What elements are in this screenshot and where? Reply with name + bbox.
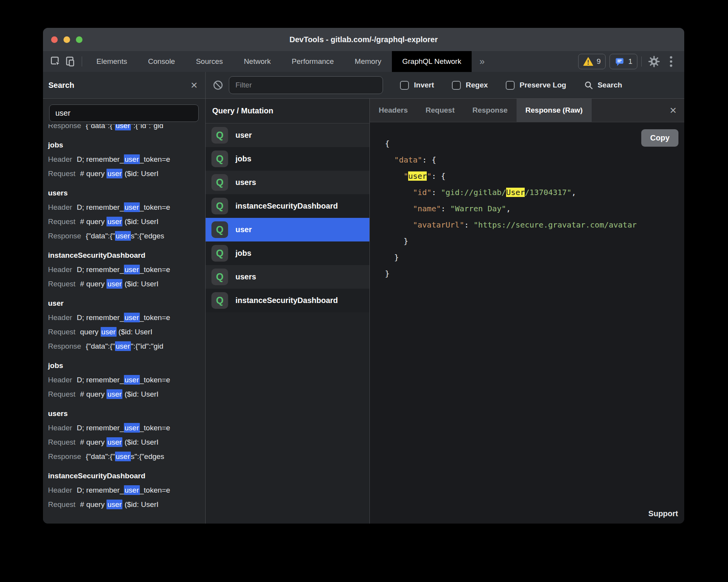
minimize-window-button[interactable] [64,36,70,43]
search-text: _token=e [140,424,170,432]
json-token: , [506,204,511,213]
devtools-tab-memory[interactable]: Memory [344,51,392,72]
search-result-row[interactable]: HeaderD; remember_user_token=e [48,373,205,387]
json-token [385,188,413,197]
json-token: User [506,188,525,197]
search-result-kind: Header [48,203,72,211]
search-input[interactable] [49,104,199,122]
search-result-group-title: users [48,186,205,200]
search-result-kind: Header [48,424,72,432]
search-result-row[interactable]: HeaderD; remember_user_token=e [48,421,205,435]
search-highlight: user [115,231,131,241]
search-result-group: usersHeaderD; remember_user_token=eReque… [48,186,205,243]
json-token: "name" [413,204,441,213]
close-window-button[interactable] [51,36,58,43]
query-list-item-users[interactable]: Qusers [206,171,369,194]
query-list-item-instancesecuritydashboard[interactable]: QinstanceSecurityDashboard [206,289,369,312]
search-result-kind: Header [48,313,72,322]
device-toolbar-icon[interactable] [63,54,78,69]
devtools-tab-elements[interactable]: Elements [86,51,137,72]
filter-input[interactable] [229,76,383,94]
search-result-row[interactable]: Response{"data":{"users":{"edges [48,229,205,243]
search-result-row[interactable]: Response{"data":{"user":{"id":"gid [48,124,205,133]
search-text: {"data":{" [86,232,115,240]
more-tabs-chevron[interactable]: » [472,56,492,67]
search-result-group: jobsHeaderD; remember_user_token=eReques… [48,138,205,181]
search-result-row[interactable]: Request# query user ($id: UserI [48,497,205,512]
toolbar-divider [82,56,82,67]
devtools-tab-network[interactable]: Network [234,51,282,72]
search-result-group: instanceSecurityDashboardHeaderD; rememb… [48,248,205,291]
tab-request[interactable]: Request [417,99,464,122]
search-result-row[interactable]: HeaderD; remember_user_token=e [48,200,205,214]
tab-response[interactable]: Response [464,99,517,122]
close-details-icon[interactable]: × [670,104,684,116]
query-item-label: jobs [235,249,251,258]
search-text: _token=e [140,155,170,163]
support-link[interactable]: Support [648,509,678,518]
search-result-group: userHeaderD; remember_user_token=eReques… [48,296,205,353]
search-result-row[interactable]: Request# query user ($id: UserI [48,214,205,229]
search-result-row[interactable]: Request# query user ($id: UserI [48,277,205,291]
json-token [385,155,394,164]
search-result-row[interactable]: Response{"data":{"users":{"edges [48,449,205,464]
checkbox-label: Preserve Log [520,81,566,89]
warnings-badge[interactable]: 9 [578,54,606,69]
search-result-row[interactable]: HeaderD; remember_user_token=e [48,310,205,325]
search-result-group: jobsHeaderD; remember_user_token=eReques… [48,358,205,401]
search-result-row[interactable]: Response{"data":{"user":{"id":"gid [48,339,205,353]
search-text: ($id: UserI [122,500,158,508]
settings-gear-icon[interactable] [646,55,663,68]
devtools-tab-performance[interactable]: Performance [281,51,344,72]
block-icon[interactable] [212,79,224,91]
search-result-kind: Header [48,486,72,494]
search-result-row[interactable]: Request# query user ($id: UserI [48,387,205,401]
query-list-item-users[interactable]: Qusers [206,265,369,289]
copy-button[interactable]: Copy [641,129,678,147]
response-raw-content: Copy { "data": { "user": { "id": "gid://… [370,122,684,524]
invert-checkbox[interactable]: Invert [400,81,434,90]
json-token: " [403,171,408,181]
search-highlight: user [115,341,131,351]
checkbox-label: Regex [466,81,488,89]
devtools-tab-graphql-network[interactable]: GraphQL Network [392,51,472,72]
search-result-row[interactable]: HeaderD; remember_user_token=e [48,152,205,166]
search-result-kind: Response [48,452,81,460]
search-text: # query [80,169,107,178]
filter-search-toggle[interactable]: Search [584,80,622,90]
regex-checkbox[interactable]: Regex [452,81,488,90]
query-list-item-user[interactable]: Quser [206,123,369,147]
close-search-panel-icon[interactable]: × [191,79,197,91]
query-list-item-instancesecuritydashboard[interactable]: QinstanceSecurityDashboard [206,194,369,218]
preserve-log-checkbox[interactable]: Preserve Log [506,81,566,90]
kebab-menu-icon[interactable] [663,55,680,68]
search-result-kind: Response [48,124,81,130]
json-token: { [385,139,390,148]
devtools-tab-console[interactable]: Console [137,51,185,72]
tab-headers[interactable]: Headers [370,99,417,122]
search-result-row[interactable]: Request# query user ($id: UserI [48,435,205,449]
search-results[interactable]: Response{"data":{"user":{"id":"gid jobsH… [43,124,205,524]
search-result-row[interactable]: HeaderD; remember_user_token=e [48,262,205,277]
search-result-row[interactable]: Request# query user ($id: UserI [48,166,205,181]
devtools-tab-sources[interactable]: Sources [185,51,234,72]
issues-badge[interactable]: 1 [610,54,637,69]
search-result-groups: jobsHeaderD; remember_user_token=eReques… [48,138,205,512]
search-text: D; remember_ [77,313,124,322]
search-panel-title: Search [48,81,74,90]
search-result-row[interactable]: HeaderD; remember_user_token=e [48,483,205,497]
filter-checkboxes: InvertRegexPreserve Log [400,81,566,90]
search-text: ":{"id":"gid [131,124,163,130]
search-result-row[interactable]: Requestquery user ($id: UserI [48,325,205,339]
query-list-item-jobs[interactable]: Qjobs [206,241,369,265]
search-highlight: user [124,154,140,164]
tab-response-raw[interactable]: Response (Raw) [517,99,592,122]
search-panel-header: Search × [43,72,206,98]
query-list-item-user[interactable]: Quser [206,218,369,241]
search-text: D; remember_ [77,265,124,274]
titlebar: DevTools - gitlab.com/-/graphql-explorer [43,28,684,51]
search-text: D; remember_ [77,376,124,384]
inspect-element-icon[interactable] [48,54,63,69]
maximize-window-button[interactable] [76,36,82,43]
query-list-item-jobs[interactable]: Qjobs [206,147,369,171]
